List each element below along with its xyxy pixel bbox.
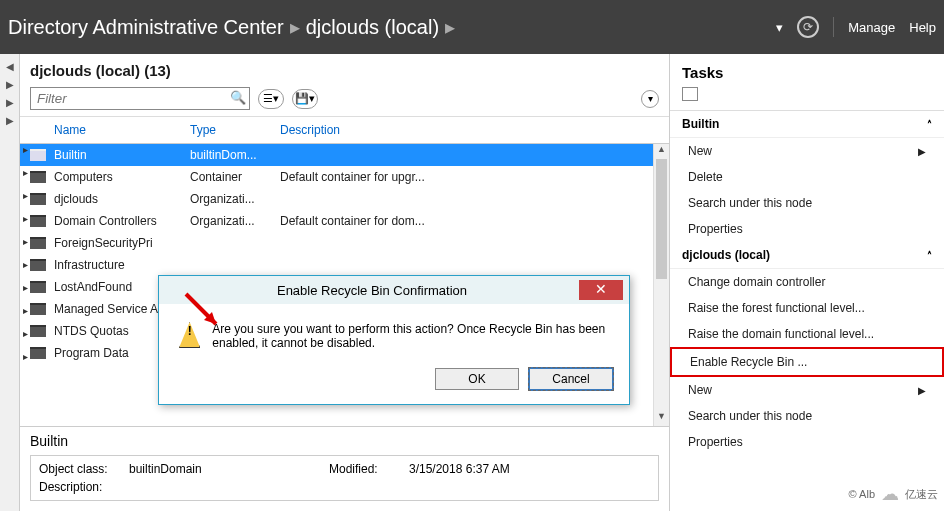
nav-node-icon[interactable]: ▶ [4, 78, 16, 90]
content-title: djclouds (local) (13) [20, 54, 669, 83]
scroll-down-icon[interactable]: ▼ [654, 411, 669, 426]
objclass-value: builtinDomain [129, 462, 329, 476]
task-label: New [688, 383, 712, 397]
nav-rail[interactable]: ◀ ▶ ▶ ▶ [0, 54, 20, 511]
task-item[interactable]: Search under this node [670, 403, 944, 429]
nav-node-icon[interactable]: ▶ [4, 96, 16, 108]
expand-toggle[interactable]: ▸ [20, 213, 36, 236]
row-type: builtinDom... [190, 148, 280, 162]
modified-value: 3/15/2018 6:37 AM [409, 462, 650, 476]
view-options-dropdown[interactable]: ☰▾ [258, 89, 284, 109]
row-type: Organizati... [190, 192, 280, 206]
copyright: © Alb [849, 488, 875, 500]
ok-button[interactable]: OK [435, 368, 519, 390]
objclass-label: Object class: [39, 462, 129, 476]
dialog-titlebar[interactable]: Enable Recycle Bin Confirmation ✕ [159, 276, 629, 304]
save-options-dropdown[interactable]: 💾▾ [292, 89, 318, 109]
more-dropdown[interactable]: ▾ [641, 90, 659, 108]
row-name: LostAndFound [54, 280, 132, 294]
manage-menu[interactable]: Manage [848, 20, 895, 35]
divider [833, 17, 834, 37]
confirm-dialog: Enable Recycle Bin Confirmation ✕ Are yo… [158, 275, 630, 405]
details-title: Builtin [20, 426, 669, 451]
filter-row: 🔍 ☰▾ 💾▾ ▾ [20, 83, 669, 117]
task-label: New [688, 144, 712, 158]
expand-toggle[interactable]: ▸ [20, 328, 36, 351]
tasks-section-domain[interactable]: djclouds (local) ˄ [670, 242, 944, 269]
filter-input[interactable] [30, 87, 250, 110]
task-label: Raise the forest functional level... [688, 301, 865, 315]
watermark: © Alb ☁ 亿速云 [849, 483, 938, 505]
task-item[interactable]: Change domain controller [670, 269, 944, 295]
chevron-right-icon: ▸ [290, 15, 300, 39]
nav-node-icon[interactable]: ▶ [4, 114, 16, 126]
section-title: Builtin [682, 117, 719, 131]
breadcrumb[interactable]: Directory Administrative Center ▸ djclou… [8, 15, 776, 39]
task-item[interactable]: New▶ [670, 377, 944, 403]
row-name: Builtin [54, 148, 87, 162]
row-name: Managed Service A [54, 302, 158, 316]
table-row[interactable]: Domain ControllersOrganizati...Default c… [20, 210, 669, 232]
refresh-icon[interactable]: ⟳ [797, 16, 819, 38]
tasks-pane: Tasks Builtin ˄ New▶DeleteSearch under t… [670, 54, 944, 511]
task-item[interactable]: Delete [670, 164, 944, 190]
section-title: djclouds (local) [682, 248, 770, 262]
expand-toggle[interactable]: ▸ [20, 305, 36, 328]
scroll-thumb[interactable] [656, 159, 667, 279]
search-icon[interactable]: 🔍 [230, 90, 246, 105]
filter-box: 🔍 [30, 87, 250, 110]
help-menu[interactable]: Help [909, 20, 936, 35]
row-type: Organizati... [190, 214, 280, 228]
row-name: djclouds [54, 192, 98, 206]
details-pane: Object class: builtinDomain Modified: 3/… [30, 455, 659, 501]
row-name: NTDS Quotas [54, 324, 129, 338]
expand-toggle[interactable]: ▸ [20, 351, 36, 374]
dialog-body: Are you sure you want to perform this ac… [159, 304, 629, 358]
task-label: Delete [688, 170, 723, 184]
table-row[interactable]: ComputersContainerDefault container for … [20, 166, 669, 188]
expand-toggle[interactable]: ▸ [20, 144, 36, 167]
brand: 亿速云 [905, 487, 938, 502]
scrollbar[interactable]: ▲ ▼ [653, 144, 669, 426]
close-icon[interactable]: ✕ [579, 280, 623, 300]
scroll-up-icon[interactable]: ▲ [654, 144, 669, 159]
column-headers: Name Type Description [20, 117, 669, 144]
table-row[interactable]: djcloudsOrganizati... [20, 188, 669, 210]
chevron-up-icon: ˄ [927, 250, 932, 261]
top-actions: ▾ ⟳ Manage Help [776, 16, 936, 38]
col-type[interactable]: Type [190, 123, 280, 137]
task-item[interactable]: Properties [670, 429, 944, 455]
collapse-icon[interactable]: ◀ [4, 60, 16, 72]
task-item[interactable]: Search under this node [670, 190, 944, 216]
expand-toggle[interactable]: ▸ [20, 259, 36, 282]
task-item[interactable]: Raise the domain functional level... [670, 321, 944, 347]
expand-toggle[interactable]: ▸ [20, 282, 36, 305]
expand-toggle[interactable]: ▸ [20, 167, 36, 190]
expand-column: ▸ ▸ ▸ ▸ ▸ ▸ ▸ ▸ ▸ ▸ [20, 144, 36, 426]
table-row[interactable]: ForeignSecurityPri [20, 232, 669, 254]
breadcrumb-node[interactable]: djclouds (local) [306, 16, 439, 39]
tasks-toolbar [670, 87, 944, 111]
task-item[interactable]: Raise the forest functional level... [670, 295, 944, 321]
expand-toggle[interactable]: ▸ [20, 236, 36, 259]
logo-icon: ☁ [881, 483, 899, 505]
dropdown-icon[interactable]: ▾ [776, 20, 783, 35]
row-type: Container [190, 170, 280, 184]
dialog-message: Are you sure you want to perform this ac… [212, 322, 609, 350]
expand-toggle[interactable]: ▸ [20, 190, 36, 213]
task-pane-icon[interactable] [682, 87, 698, 101]
task-item[interactable]: Properties [670, 216, 944, 242]
dialog-buttons: OK Cancel [159, 358, 629, 404]
table-row[interactable]: Infrastructure [20, 254, 669, 276]
app-title: Directory Administrative Center [8, 16, 284, 39]
table-row[interactable]: BuiltinbuiltinDom... [20, 144, 669, 166]
cancel-button[interactable]: Cancel [529, 368, 613, 390]
task-item[interactable]: New▶ [670, 138, 944, 164]
tasks-section-builtin[interactable]: Builtin ˄ [670, 111, 944, 138]
task-label: Search under this node [688, 409, 812, 423]
col-name[interactable]: Name [30, 123, 190, 137]
dialog-title: Enable Recycle Bin Confirmation [165, 283, 579, 298]
col-description[interactable]: Description [280, 123, 659, 137]
task-item[interactable]: Enable Recycle Bin ... [670, 347, 944, 377]
row-desc: Default container for dom... [280, 214, 659, 228]
